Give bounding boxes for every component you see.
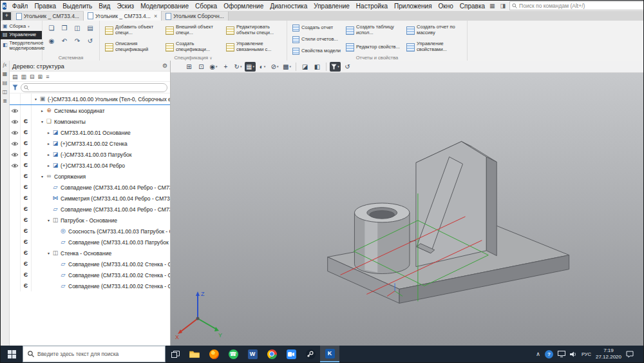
tree-mode-structure-icon[interactable]: ▤: [12, 74, 18, 80]
expander-icon[interactable]: ▸: [46, 152, 52, 157]
open-document-icon[interactable]: ❐: [59, 23, 70, 34]
expand-all-icon[interactable]: ⊞: [38, 74, 43, 80]
new-document-button[interactable]: +: [3, 12, 11, 20]
include-in-calc-icon[interactable]: Є: [24, 152, 28, 157]
tree-row-part-rebro[interactable]: Є ▸ ◪ (+)СМ733.41.00.04 Ребро: [10, 160, 170, 171]
rebuild-icon[interactable]: ↺: [342, 62, 353, 72]
include-in-calc-icon[interactable]: Є: [24, 162, 28, 168]
tree-row-part-patrubok[interactable]: Є ▸ ◪ (-)СМ733.41.00.03 Патрубок: [10, 149, 170, 160]
report-by-array-button[interactable]: Создать отчет по массиву: [404, 23, 464, 38]
filter-icon[interactable]: ▾: [330, 62, 341, 72]
expander-icon[interactable]: ▸: [46, 163, 52, 168]
manage-linked-docs-button[interactable]: Управление связанными с...: [224, 39, 283, 55]
ribbon-tab-assembly[interactable]: ▣ Сборка ▾: [1, 23, 42, 31]
tree-row-root-assembly[interactable]: ▾ ▣ (-)СМ733.41.00.00 Угольник (Тел-0, С…: [10, 93, 170, 105]
menu-select[interactable]: Выделить: [59, 2, 95, 10]
save-icon[interactable]: ◫: [71, 23, 83, 34]
properties-panel-icon[interactable]: ◫: [3, 90, 8, 95]
include-in-calc-icon[interactable]: Є: [24, 250, 28, 256]
menu-diagnostics[interactable]: Диагностика: [267, 2, 310, 10]
menu-layout[interactable]: Оформление: [220, 2, 267, 10]
manage-properties-button[interactable]: Управление свойствами...: [404, 39, 464, 55]
parameters-fx-icon[interactable]: fx: [3, 63, 7, 68]
get-help-icon[interactable]: ?: [545, 350, 553, 358]
display-icon[interactable]: [558, 351, 565, 357]
menu-window[interactable]: Окно: [435, 2, 457, 10]
viewport[interactable]: ⊞ ⊡ ◉▾ + ↻▾ ▦▾ ◐▾ ⊘▾ ▩▾ ◪ ◧ ▾ ↺: [171, 61, 643, 346]
orientation-icon[interactable]: ▦▾: [245, 62, 256, 72]
kompas-app-button[interactable]: K: [320, 346, 339, 362]
show-all-icon[interactable]: ⊞: [184, 62, 194, 72]
visibility-eye-icon[interactable]: [11, 152, 19, 157]
document-tab-1[interactable]: Угольник _ СМ733.4...: [12, 12, 84, 21]
visibility-eye-icon[interactable]: [11, 130, 19, 135]
gear-icon[interactable]: ⚙: [162, 63, 167, 69]
expander-icon[interactable]: ▾: [46, 218, 52, 222]
zoom-button[interactable]: [281, 346, 301, 362]
structure-tree-icon[interactable]: ▦: [3, 72, 8, 77]
refresh-icon[interactable]: ↺: [84, 35, 96, 46]
include-in-calc-icon[interactable]: Є: [24, 184, 28, 190]
menu-file[interactable]: Файл: [9, 2, 32, 10]
section-icon[interactable]: ◪: [299, 62, 310, 72]
menu-management[interactable]: Управление: [310, 2, 353, 10]
expander-icon[interactable]: ▾: [46, 251, 52, 255]
report-styles-button[interactable]: Стили отчетов...: [290, 34, 343, 44]
tree-row-mate[interactable]: Є ▱ Совпадение (СМ733.41.00.04 Ребро - С…: [10, 182, 170, 193]
tree-row-mates[interactable]: Є ▾ ∞ Сопряжения: [10, 171, 170, 182]
command-search[interactable]: [509, 1, 644, 10]
tree-mode-sequence-icon[interactable]: ▥: [21, 74, 27, 80]
language-indicator[interactable]: РУС: [582, 351, 591, 357]
collapse-all-icon[interactable]: ⊟: [30, 74, 35, 80]
taskbar-search[interactable]: [23, 346, 166, 362]
tree-row-components[interactable]: Є ▾ ❏ Компоненты: [10, 116, 170, 127]
redo-icon[interactable]: ↷: [71, 35, 83, 46]
include-in-calc-icon[interactable]: Є: [24, 283, 28, 289]
word-button[interactable]: W: [243, 346, 262, 362]
command-search-input[interactable]: [519, 3, 644, 9]
steam-button[interactable]: [301, 346, 320, 362]
taskbar-clock[interactable]: 7:19 27.12.2020: [596, 348, 621, 360]
zoom-icon[interactable]: ◉▾: [208, 62, 219, 72]
volume-icon[interactable]: [570, 351, 577, 357]
tree-row-part-stenka[interactable]: Є ▸ ◪ (+)СМ733.41.00.02 Стенка: [10, 138, 170, 149]
taskbar-search-input[interactable]: [37, 351, 160, 357]
tree-filter-funnel-icon[interactable]: [12, 84, 18, 90]
preview-icon[interactable]: ◉: [46, 35, 57, 46]
tree-row-mate[interactable]: Є ⋈ Симметрия (СМ733.41.00.04 Ребро - СМ…: [10, 193, 170, 204]
tray-expand-chevron-icon[interactable]: ∧: [536, 351, 540, 357]
include-in-calc-icon[interactable]: Є: [24, 217, 28, 223]
undo-icon[interactable]: ↶: [59, 35, 70, 46]
pan-icon[interactable]: +: [220, 62, 231, 72]
orientation-triad[interactable]: X Y Z: [175, 288, 225, 340]
include-in-calc-icon[interactable]: Є: [24, 173, 28, 179]
menu-view[interactable]: Вид: [95, 2, 113, 10]
include-in-calc-icon[interactable]: Є: [24, 228, 28, 234]
document-tab-3[interactable]: Угольник Сборочн...: [162, 12, 229, 21]
menu-help[interactable]: Справка: [457, 2, 488, 10]
visibility-eye-icon[interactable]: [11, 141, 19, 146]
menu-sketch[interactable]: Эскиз: [113, 2, 137, 10]
create-usage-table-button[interactable]: Создать таблицу испол...: [344, 23, 403, 38]
menu-applications[interactable]: Приложения: [391, 2, 435, 10]
visibility-eye-icon[interactable]: [11, 119, 19, 124]
include-in-calc-icon[interactable]: Є: [24, 261, 28, 267]
menu-assembly[interactable]: Сборка: [192, 2, 220, 10]
expander-icon[interactable]: ▸: [46, 130, 52, 135]
visibility-eye-icon[interactable]: [11, 163, 19, 168]
visibility-eye-icon[interactable]: [11, 108, 19, 113]
tree-row-mate[interactable]: Є ▱ Совпадение (СМ733.41.00.03 Патрубок …: [10, 237, 170, 248]
tree-row-mate-group-patrubok[interactable]: Є ▾ ◫ Патрубок - Основание: [10, 215, 170, 226]
include-in-calc-icon[interactable]: Є: [24, 239, 28, 245]
external-spec-object-button[interactable]: Внешний объект специ...: [164, 23, 223, 38]
tree-row-coordinate-systems[interactable]: ▸ ⊕ Системы координат: [10, 105, 170, 116]
tree-row-part-osnovanie[interactable]: Є ▸ ◪ СМ733.41.00.01 Основание: [10, 127, 170, 138]
window-layout-icon[interactable]: ◨: [499, 3, 507, 9]
print-icon[interactable]: ▤: [84, 23, 96, 34]
tree-search-input[interactable]: [31, 84, 164, 90]
list-panel-icon[interactable]: ≣: [3, 99, 7, 104]
task-view-button[interactable]: [166, 346, 185, 362]
start-button[interactable]: [1, 346, 23, 362]
include-in-calc-icon[interactable]: Є: [24, 272, 28, 278]
expander-icon[interactable]: ▾: [39, 174, 45, 179]
